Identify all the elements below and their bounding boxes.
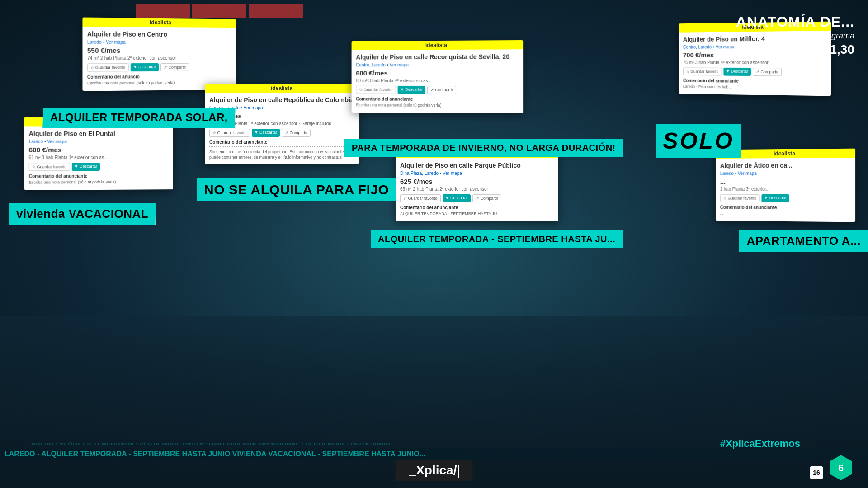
xplica-logo: _Xplica/ [396, 460, 473, 481]
card3-buttons: ☆ Guardar favorito ▼ Descartar ↗ Compart… [209, 129, 354, 137]
card2-title: Alquiler de Piso en El Puntal [29, 130, 169, 137]
top-nav [136, 4, 303, 18]
channel-hex-icon: 6 [827, 454, 854, 481]
reflection-scroll: LAREDO - ALQUILER TEMPORADA - SEPTIEMBRE… [27, 442, 390, 446]
card3-header: idealista [205, 84, 359, 93]
card6-details: 75 m² 3 hab Planta 4ª exterior con ascen… [683, 60, 826, 65]
card4-download-btn[interactable]: ▼ Descartar [397, 86, 425, 94]
card3-divider [209, 146, 354, 147]
card1-buttons: ☆ Guardar favorito ▼ Descartar ↗ Compart… [87, 63, 231, 72]
card2-download-btn[interactable]: ▼ Descartar [71, 163, 100, 171]
card4-comment-label: Comentario del anunciante [356, 96, 519, 102]
card5-details: 65 m² 2 hab Planta 2ª exterior con ascen… [400, 187, 554, 192]
card6-comment-label: Comentario del anunciante [683, 78, 826, 84]
card7-buttons: ☆ Guardar favorito ▼ Descartar [720, 194, 851, 203]
program-title: ANATOMÍA DE... [736, 14, 854, 30]
card2-comment-label: Comentario del anunciante [29, 174, 169, 179]
listing-card-2: idealista Alquiler de Piso en El Puntal … [24, 117, 173, 190]
card6-buttons: ☆ Guardar favorito ▼ Descartar ↗ Compart… [683, 67, 826, 76]
card7-title: Alquiler de Ático en ca... [720, 161, 851, 169]
card3-comment-label: Comentario del anunciante [209, 140, 354, 145]
card4-share-btn[interactable]: ↗ Compartir [427, 86, 456, 94]
banner-no-alquila: NO SE ALQUILA PARA FIJO [197, 178, 396, 201]
card1-comment-label: Comentario del anuncio [87, 74, 231, 80]
card5-comment-text: ALQUILER TEMPORADA - SEPTIEMBRE HASTA JU… [400, 211, 554, 217]
xplica-text: _Xplica/ [409, 463, 457, 477]
card3-comment-text: Somiendo a decisión directa del propieta… [209, 150, 354, 160]
xplica-cursor [458, 465, 459, 478]
program-info: ANATOMÍA DE... Nuevo programa 21,30 [736, 14, 854, 57]
card3-title: Alquiler de Piso en calle República de C… [209, 96, 354, 103]
card4-location: Centro, Laredo • Ver mapa [356, 62, 519, 68]
card4-comment-text: Escriba una nota personal (sólo tú podrá… [356, 103, 519, 108]
card5-buttons: ☆ Guardar favorito ▼ Descartar ↗ Compart… [400, 194, 554, 202]
scroll-ticker: LAREDO - ALQUILER TEMPORADA - SEPTIEMBRE… [0, 448, 868, 460]
nav-item-2 [192, 4, 246, 18]
banner-solo: SOLO [656, 124, 741, 158]
card5-fav-btn[interactable]: ☆ Guardar favorito [400, 194, 441, 202]
card1-title: Alquiler de Piso en Centro [87, 30, 231, 38]
card5-comment-label: Comentario del anunciante [400, 205, 554, 210]
card2-price: 600 €/mes [29, 146, 169, 154]
card7-location: Laredo • Ver mapa [720, 170, 851, 176]
listing-card-1: idealista Alquiler de Piso en Centro Lar… [82, 17, 236, 91]
card4-details: 80 m² 3 hab Planta 4ª exterior sin as... [356, 78, 519, 83]
card1-location: Laredo • Ver mapa [87, 39, 231, 45]
card6-share-btn[interactable]: ↗ Compartir [753, 68, 782, 76]
card4-price: 600 €/mes [356, 69, 519, 77]
card7-comment-label: Comentario del anunciante [720, 205, 851, 211]
card5-download-btn[interactable]: ▼ Descartar [443, 194, 471, 202]
card5-price: 625 €/mes [400, 178, 554, 185]
card3-fav-btn[interactable]: ☆ Guardar favorito [209, 129, 250, 137]
age-rating-badge: 16 [810, 466, 823, 479]
card7-download-btn[interactable]: ▼ Descartar [761, 194, 789, 202]
channel-logo: 6 [827, 454, 854, 481]
card5-title: Alquiler de Piso en calle Parque Público [400, 162, 554, 169]
card7-comment-text: ... [720, 211, 851, 217]
card2-location: Laredo • Ver mapa [29, 139, 169, 145]
program-time: 21,30 [736, 42, 854, 57]
card4-header: idealista [352, 40, 524, 50]
banner-temporada-invierno: PARA TEMPORADA DE INVIERNO, NO LARGA DUR… [344, 139, 623, 157]
card2-comment-text: Escriba una nota personal (sólo tú podrá… [29, 179, 169, 185]
card5-location: Dina Plaza, Laredo • Ver mapa [400, 171, 554, 176]
card7-fav-btn[interactable]: ☆ Guardar favorito [720, 194, 760, 202]
card6-comment-text: Laredo - Piso con tres hab... [683, 84, 826, 91]
card1-share-btn[interactable]: ↗ Compartir [160, 63, 189, 71]
card7-price: ... [720, 178, 851, 185]
card5-share-btn[interactable]: ↗ Compartir [472, 194, 501, 202]
listing-card-5: idealista Alquiler de Piso en calle Parq… [396, 149, 558, 221]
card4-title: Alquiler de Piso en calle Reconquista de… [356, 53, 519, 61]
card7-details: 1 hab Planta 3ª exterior... [720, 187, 851, 192]
card1-download-btn[interactable]: ▼ Descartar [130, 63, 159, 71]
card4-fav-btn[interactable]: ☆ Guardar favorito [356, 86, 396, 94]
card6-download-btn[interactable]: ▼ Descartar [723, 68, 751, 76]
listing-card-7: idealista Alquiler de Ático en ca... Lar… [716, 149, 855, 222]
card4-buttons: ☆ Guardar favorito ▼ Descartar ↗ Compart… [356, 86, 519, 94]
program-subtitle: Nuevo programa [736, 31, 854, 41]
card3-share-btn[interactable]: ↗ Compartir [282, 129, 311, 137]
svg-text:6: 6 [838, 462, 844, 474]
card2-fav-btn[interactable]: ☆ Guardar favorito [29, 163, 70, 171]
card3-download-btn[interactable]: ▼ Descartar [252, 129, 280, 137]
card1-details: 74 m² 2 hab Planta 2ª exterior con ascen… [87, 56, 231, 61]
banner-vivienda-vacacional: vivienda VACACIONAL [9, 203, 156, 225]
banner-alquiler-sept: ALQUILER TEMPORADA - SEPTIEMBRE HASTA JU… [371, 230, 623, 248]
nav-item-3 [249, 4, 303, 18]
card2-buttons: ☆ Guardar favorito ▼ Descartar [29, 163, 169, 171]
card6-fav-btn[interactable]: ☆ Guardar favorito [683, 67, 722, 75]
banner-alquiler-temporada: ALQUILER TEMPORADA SOLAR, [42, 108, 235, 127]
banner-apartamento: APARTAMENTO A... [739, 230, 868, 252]
card2-details: 61 m² 3 hab Planta 1ª exterior con as... [29, 155, 169, 160]
hashtag: #XplicaExtremos [720, 438, 800, 450]
card1-price: 550 €/mes [87, 47, 231, 54]
nav-item-1 [136, 4, 190, 18]
listing-card-4: idealista Alquiler de Piso en calle Reco… [352, 40, 524, 113]
card1-header: idealista [82, 17, 236, 28]
card1-fav-btn[interactable]: ☆ Guardar favorito [87, 63, 128, 72]
